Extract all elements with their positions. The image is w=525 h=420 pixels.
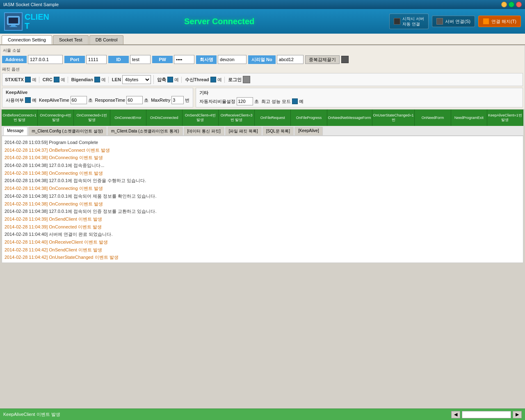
log-checkbox[interactable] <box>243 76 250 83</box>
msg-tab-keepalive[interactable]: [KeepAlive] <box>294 127 323 135</box>
event-0[interactable]: OnBeforeConnect=1번 발생 <box>2 110 38 126</box>
bigendian-yes: 예 <box>101 77 106 83</box>
crc-checkbox[interactable] <box>54 77 59 82</box>
disconnect-label: 연결 해지(T) <box>491 18 516 25</box>
keepalive-other-row: KeepAlive 사용여부 예 KeepAliveTime 초 Respons… <box>2 88 523 107</box>
recv-thread-yes: 예 <box>217 77 222 83</box>
tab-db[interactable]: DB Control <box>89 35 124 44</box>
maximize-button[interactable] <box>509 2 514 7</box>
serial-input[interactable] <box>277 55 304 64</box>
recv-thread-checkbox[interactable] <box>210 77 216 82</box>
duplicate-checkbox[interactable] <box>341 56 349 63</box>
event-6[interactable]: OnReceiveClient=3번 발생 <box>219 110 255 126</box>
auto-layout-group: 자동자리비율설정 초 <box>199 97 259 105</box>
msg-tab-data[interactable]: m_Client.Data (소켓클라이언트 통계) <box>107 127 183 135</box>
bigendian-checkbox[interactable] <box>94 77 100 82</box>
event-4[interactable]: OnDisConnected <box>146 110 183 126</box>
id-input[interactable] <box>130 55 151 64</box>
event-5[interactable]: OnSendClient=4번 발생 <box>183 110 219 126</box>
max-retry-unit: 번 <box>185 97 189 103</box>
auto-layout-input[interactable] <box>237 97 253 105</box>
status-btn-left[interactable]: ◀ <box>451 411 460 418</box>
tab-socket[interactable]: Socket Test <box>53 35 89 44</box>
pw-label: PW <box>152 56 173 63</box>
minimize-button[interactable] <box>501 2 507 7</box>
port-input[interactable] <box>86 55 107 64</box>
keepalive-section: KeepAlive 사용여부 예 KeepAliveTime 초 Respons… <box>2 88 193 107</box>
connection-row: Address Port ID PW 회사명 시리얼 No 중복감제끌기 <box>2 55 523 64</box>
logo-text: CLIENT <box>25 12 49 30</box>
log-entry: 2014-02-28 11:04:42] OnSendClient 이벤트 발생 <box>5 246 520 254</box>
msg-tab-message[interactable]: Message <box>3 127 27 135</box>
msg-tab-sql[interactable]: [SQL문 목록] <box>262 127 294 135</box>
app-title: IASM Socket Client Sample <box>3 2 59 7</box>
bigendian-group: Bigendian 예 <box>71 77 109 83</box>
status-input[interactable] <box>462 411 511 418</box>
window-controls <box>501 2 522 7</box>
stxetx-yes: 예 <box>32 77 37 83</box>
close-button[interactable] <box>516 2 522 7</box>
keepalive-time-input[interactable] <box>71 96 87 104</box>
status-btn-right[interactable]: ▶ <box>513 411 522 418</box>
event-8[interactable]: OnFileProgress <box>291 110 327 126</box>
packet-options-section: 패킷 옵션 STX/ETX 예 CRC 예 Bigendian 예 L <box>2 66 523 86</box>
crc-yes: 예 <box>61 77 65 83</box>
event-2[interactable]: OnConnected=1번 발생 <box>74 110 110 126</box>
stxetx-checkbox[interactable] <box>25 77 31 82</box>
event-3[interactable]: OnConnectError <box>110 110 146 126</box>
msg-tab-config[interactable]: m_Client.Config (소켓클라이언트 설정) <box>28 127 107 135</box>
perf-mode-checkbox[interactable] <box>292 98 298 104</box>
company-input[interactable] <box>218 55 247 64</box>
section-label: 서울 소설 <box>2 47 523 54</box>
event-12[interactable]: NeedProgramExit <box>451 110 487 126</box>
msg-tab-file[interactable]: [파일 패킷 목록] <box>225 127 262 135</box>
connect-button[interactable]: 서버 연결(S) <box>432 16 475 27</box>
disconnect-button[interactable]: 연결 해지(T) <box>478 16 521 27</box>
event-10[interactable]: OnUserStateChanged=1번 <box>372 110 415 126</box>
event-1[interactable]: OnConnecting=4번 발생 <box>38 110 74 126</box>
msg-tab-packet[interactable]: [데이터 통신 파킷] <box>184 127 224 135</box>
compress-yes: 예 <box>174 77 179 83</box>
response-time-label: ResponseTime <box>95 98 126 103</box>
status-text: KeepAliveClient 이벤트 발생 <box>3 411 451 418</box>
auto-connect-label: 시작시 서버 자동 연결 <box>402 16 424 27</box>
company-label: 회사명 <box>196 55 217 64</box>
max-retry-group: MaxRetry 번 <box>151 96 189 104</box>
len-select[interactable]: 4bytes 2bytes 1byte none <box>122 75 151 84</box>
pw-input[interactable] <box>174 55 194 64</box>
event-9[interactable]: OnNeedNetMessageForm <box>327 110 372 126</box>
perf-mode-group: 최고 성능 모드 예 <box>261 98 304 105</box>
auto-connect-checkbox[interactable] <box>394 18 400 25</box>
tab-connection[interactable]: Connection Setting <box>2 35 52 44</box>
recv-thread-label: 수신Thread <box>185 77 209 83</box>
status-bar: KeepAliveClient 이벤트 발생 ◀ ▶ <box>0 409 525 420</box>
crc-label: CRC <box>43 77 52 82</box>
address-input[interactable] <box>28 55 63 64</box>
address-group: Address <box>2 55 63 64</box>
other-controls: 자동자리비율설정 초 최고 성능 모드 예 <box>199 97 519 105</box>
compress-label: 압축 <box>157 77 166 83</box>
max-retry-input[interactable] <box>171 96 184 104</box>
auto-layout-unit: 초 <box>254 98 259 105</box>
log-entry: 2014-02-28 11:04:37] OnBeforeConnect 이벤트… <box>5 146 520 154</box>
event-13[interactable]: KeepAliveClient=1번 발생 <box>487 110 523 126</box>
event-11[interactable]: OnNeedForm <box>415 110 451 126</box>
log-entry: 2014-02-28 11:04:40] OnReceiveClient 이벤트… <box>5 238 520 246</box>
compress-checkbox[interactable] <box>167 77 173 82</box>
event-7[interactable]: OnFileRequest <box>255 110 291 126</box>
port-group: Port <box>64 55 107 64</box>
use-group: 사용여부 예 <box>6 97 37 103</box>
id-label: ID <box>108 56 129 63</box>
duplicate-button[interactable]: 중복감제끌기 <box>305 55 340 64</box>
log-entry: 2014-02-28 11:04:39] OnConnected 이벤트 발생 <box>5 223 520 231</box>
keepalive-controls: 사용여부 예 KeepAliveTime 초 ResponseTime 초 Ma… <box>6 96 189 104</box>
recv-thread-group: 수신Thread 예 <box>185 77 225 83</box>
crc-group: CRC 예 <box>43 77 68 83</box>
len-label: LEN <box>112 77 121 82</box>
log-area: 2014-02-28 11:03:59] Program Load Comple… <box>2 136 523 263</box>
log-entry: 2014-02-28 11:04:42] OnUserStateChanged … <box>5 253 520 261</box>
use-checkbox[interactable] <box>25 97 31 103</box>
auto-connect-button[interactable]: 시작시 서버 자동 연결 <box>389 14 429 29</box>
response-time-input[interactable] <box>126 96 143 104</box>
packet-options-row: STX/ETX 예 CRC 예 Bigendian 예 LEN 4bytes <box>2 73 523 86</box>
